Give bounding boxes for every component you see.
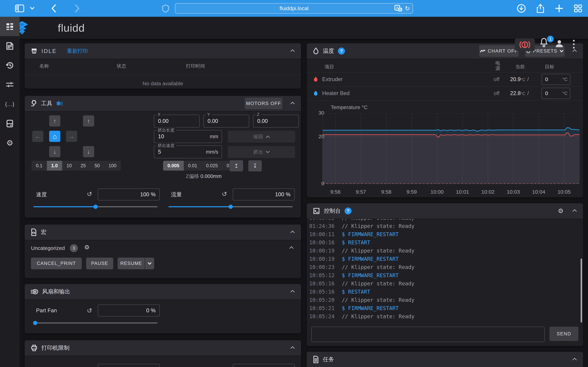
sidebar-toggle-icon[interactable] (15, 5, 24, 12)
share-icon[interactable] (536, 4, 544, 13)
collapse-icon[interactable] (291, 231, 295, 234)
collapse-icon[interactable] (291, 290, 295, 293)
step-option[interactable]: 100 (104, 161, 121, 171)
heater-target-field[interactable]: 0 °C (542, 88, 570, 99)
notifications-button[interactable]: 1 (539, 37, 548, 47)
x-position-field[interactable]: X 0.00 (154, 115, 200, 128)
motors-off-button[interactable]: MOTORS OFF (245, 98, 282, 109)
sidebar-item-jobs[interactable] (0, 36, 20, 56)
translate-icon[interactable]: A文 (394, 5, 403, 12)
console-line: 10:00:23// Klipper state: Ready (309, 263, 579, 271)
step-option[interactable]: 0.005 (163, 161, 184, 171)
flow-field[interactable]: 100 % (233, 188, 295, 200)
col-power: 电 源 (495, 60, 500, 71)
step-option[interactable]: 0.01 (184, 161, 202, 171)
sidebar-item-history[interactable] (0, 56, 20, 75)
reload-icon[interactable]: ↻ (405, 5, 410, 12)
send-button[interactable]: SEND (550, 327, 578, 341)
macro-category-label: Uncategorized (31, 245, 65, 251)
temperature-chart[interactable]: Temperature °C 30200 9:569:579:589:5910:… (307, 100, 583, 197)
address-bar[interactable]: fluiddpi.local A文 ↻ (175, 3, 413, 14)
nozzle-icon (31, 100, 37, 107)
macro-resume-button[interactable]: RESUME (118, 258, 145, 269)
heater-target-field[interactable]: 0 °C (542, 74, 570, 85)
chart-title: Temperature °C (331, 104, 367, 110)
z-offset-up-button[interactable]: ↥ (230, 160, 243, 171)
x-axis-tick: 9:59 (406, 189, 417, 195)
collapse-icon[interactable] (573, 358, 577, 361)
jog-x-plus-button[interactable]: → (66, 131, 77, 142)
part-fan-slider[interactable] (34, 322, 157, 324)
macros-title: 宏 (41, 228, 46, 236)
step-option[interactable]: 0.025 (202, 161, 222, 171)
collapse-icon[interactable] (291, 102, 295, 105)
collapse-icon[interactable] (291, 50, 295, 52)
category-collapse-icon[interactable] (289, 247, 294, 249)
sidebar-item-system[interactable] (0, 114, 20, 133)
col-current: 当前 (515, 64, 525, 70)
speed-reset-icon[interactable]: ↺ (87, 191, 92, 198)
flow-reset-icon[interactable]: ↺ (222, 191, 227, 198)
extrude-length-field[interactable]: 挤出长度 10 mm (154, 130, 222, 143)
step-option[interactable]: 1.0 (47, 161, 62, 171)
collapse-icon[interactable] (573, 50, 577, 52)
macro-cancel-print-button[interactable]: CANCEL_PRINT (31, 258, 82, 269)
chart-toggle-button[interactable]: CHART OFF (479, 45, 519, 57)
speed-field[interactable]: 100 % (98, 188, 160, 200)
scv-field[interactable]: 5 mm/s (233, 364, 295, 367)
step-option[interactable]: 10 (62, 161, 76, 171)
sidebar-item-macros[interactable]: {…} (0, 94, 20, 114)
jog-z-minus-button[interactable]: ↓ (83, 146, 94, 157)
macro-pause-button[interactable]: PAUSE (86, 258, 113, 269)
sidebar-item-dashboard[interactable] (0, 17, 20, 36)
step-option[interactable]: 50 (90, 161, 104, 171)
part-fan-reset-icon[interactable]: ↺ (87, 307, 92, 314)
limits-card: 打印机限制 速度 ↺ 300 mm/s 角速度 ↺ 5 mm/s (25, 340, 301, 367)
step-option[interactable]: 25 (76, 161, 90, 171)
console-settings-icon[interactable]: ⚙ (558, 207, 563, 215)
y-position-field[interactable]: Y 0.00 (203, 115, 249, 128)
temperature-card: 温度 ? CHART OFF PRESETS 项目 (307, 43, 583, 197)
tab-overview-icon[interactable] (574, 4, 582, 12)
sidebar-chevron-icon[interactable] (30, 7, 34, 10)
retract-button[interactable]: 缩回 (228, 131, 295, 143)
console-scrollbar[interactable] (581, 259, 582, 322)
collapse-icon[interactable] (291, 347, 295, 349)
forward-icon[interactable] (75, 4, 80, 13)
jog-y-minus-button[interactable]: ↓ (49, 146, 60, 157)
speed-slider[interactable] (34, 206, 157, 207)
heater-target-unit: °C (562, 91, 568, 96)
macro-settings-icon[interactable]: ⚙ (84, 244, 89, 251)
reprint-button[interactable]: 重新打印 (67, 48, 88, 55)
jog-x-minus-button[interactable]: ← (32, 131, 43, 142)
shield-icon[interactable] (162, 5, 169, 13)
emergency-stop-button[interactable] (515, 38, 535, 51)
part-fan-field[interactable]: 0 % (98, 304, 160, 317)
macro-resume-dropdown[interactable] (145, 258, 154, 269)
console-input[interactable] (311, 327, 545, 342)
help-icon[interactable]: ? (345, 208, 352, 214)
home-all-button[interactable]: ⌂ (49, 131, 60, 142)
z-position-field[interactable]: Z 0.00 (253, 115, 299, 128)
console-log[interactable]: 00:05:52// Klipper state: Ready01:24:36/… (309, 219, 579, 324)
z-offset-down-button[interactable]: ↧ (248, 160, 262, 171)
extrude-speed-field[interactable]: 挤出速度 5 mm/s (154, 145, 222, 158)
back-icon[interactable] (51, 4, 56, 13)
macro-count-badge: 3 (70, 244, 78, 252)
help-icon[interactable]: ? (338, 48, 345, 55)
downloads-icon[interactable] (517, 4, 526, 13)
velocity-field[interactable]: 300 mm/s (98, 364, 160, 367)
overflow-menu-button[interactable] (571, 39, 577, 49)
z-step-group[interactable]: 0.0050.010.0250.05 (163, 161, 240, 171)
new-tab-icon[interactable] (555, 4, 563, 12)
move-step-group[interactable]: 0.11.0102550100 (32, 161, 121, 171)
account-button[interactable] (554, 39, 564, 49)
sidebar-item-tune[interactable] (0, 75, 20, 94)
jog-z-plus-button[interactable]: ↑ (83, 115, 94, 126)
extrude-button[interactable]: 挤出 (228, 146, 295, 158)
flow-slider[interactable] (169, 206, 293, 207)
jog-y-plus-button[interactable]: ↑ (49, 115, 60, 126)
step-option[interactable]: 0.1 (32, 161, 47, 171)
collapse-icon[interactable] (573, 209, 577, 212)
sidebar-item-settings[interactable]: ⚙ (0, 133, 20, 153)
